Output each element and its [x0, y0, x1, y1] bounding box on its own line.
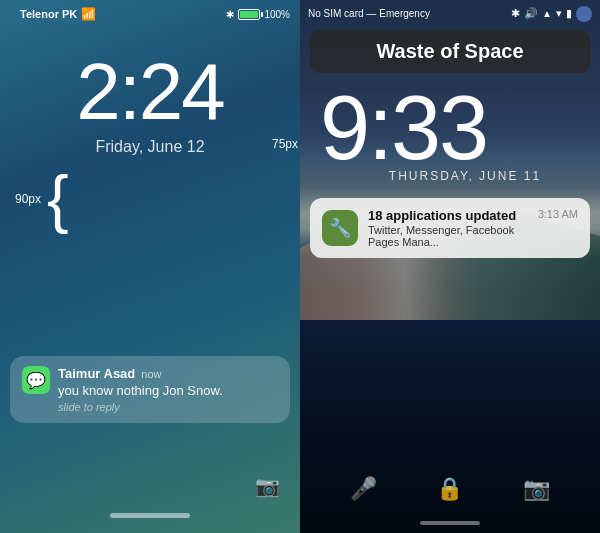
right-notification[interactable]: 🔧 18 applications updated Twitter, Messe…: [310, 198, 590, 258]
right-bottom-icons: 🎤 🔒 📷: [300, 475, 600, 503]
volume-icon: 🔊: [524, 7, 538, 20]
right-status-right: ✱ 🔊 ▲ ▾ ▮: [511, 6, 592, 22]
left-notification[interactable]: Taimur Asad now you know nothing Jon Sno…: [10, 356, 290, 423]
mic-icon[interactable]: 🎤: [349, 475, 377, 503]
left-date: Friday, June 12: [0, 138, 300, 156]
lock-icon[interactable]: 🔒: [436, 475, 464, 503]
notif-message: you know nothing Jon Snow.: [58, 383, 223, 398]
right-phone: No SIM card — Emergency ✱ 🔊 ▲ ▾ ▮ Waste …: [300, 0, 600, 533]
carrier-name: Telenor PK: [20, 8, 77, 20]
right-time-area: 9:33: [300, 83, 600, 173]
left-notif-content: Taimur Asad now you know nothing Jon Sno…: [58, 366, 223, 413]
no-sim-text: No SIM card —: [308, 8, 376, 19]
annotation-90px-label: 90px: [15, 192, 41, 206]
left-bottom-icons: 📷: [0, 474, 300, 498]
signal-icon-right: ▲: [542, 8, 552, 19]
right-notif-time: 3:13 AM: [538, 208, 578, 220]
right-status-left: No SIM card — Emergency: [308, 8, 430, 19]
camera-icon-bottom[interactable]: 📷: [255, 474, 280, 498]
battery-pct: 100%: [264, 9, 290, 20]
notif-timestamp: now: [141, 368, 161, 380]
app-title: Waste of Space: [324, 40, 576, 63]
right-notif-title: 18 applications updated: [368, 208, 528, 223]
avatar-icon: [576, 6, 592, 22]
left-time: 2:24: [76, 52, 224, 132]
app-update-icon: 🔧: [329, 217, 351, 239]
right-notif-content: 18 applications updated Twitter, Messeng…: [368, 208, 528, 248]
signal-dots: [10, 10, 16, 19]
home-bar[interactable]: [110, 513, 190, 518]
right-time: 9:33: [320, 83, 487, 173]
battery-bar: [238, 9, 260, 20]
right-status-bar: No SIM card — Emergency ✱ 🔊 ▲ ▾ ▮: [300, 0, 600, 22]
right-home-bar: [420, 521, 480, 525]
app-title-bar: Waste of Space: [310, 30, 590, 73]
left-status-bar: Telenor PK 📶 ✱ 100%: [0, 0, 300, 22]
right-notif-body: Twitter, Messenger, Facebook Pages Mana.…: [368, 224, 528, 248]
wifi-icon: 📶: [81, 7, 96, 21]
right-date: THURSDAY, JUNE 11: [300, 169, 600, 183]
bluetooth-icon: ✱: [226, 9, 234, 20]
battery-fill: [240, 11, 257, 18]
brace-90-area: 90px {: [0, 166, 300, 231]
brace-90-char: {: [47, 166, 69, 231]
left-time-area: 2:24 } 75px Friday, June 12: [0, 52, 300, 156]
messages-icon: [22, 366, 50, 394]
notif-reply-hint: slide to reply: [58, 401, 223, 413]
notif-sender: Taimur Asad: [58, 366, 135, 381]
left-phone: Telenor PK 📶 ✱ 100% 2:24 } 75px Friday, …: [0, 0, 300, 533]
left-status-right: ✱ 100%: [226, 9, 290, 20]
annotation-75px: 75px: [272, 137, 298, 151]
right-notif-icon: 🔧: [322, 210, 358, 246]
bluetooth-icon-right: ✱: [511, 7, 520, 20]
left-status-left: Telenor PK 📶: [10, 7, 96, 21]
wifi-icon-right: ▾: [556, 7, 562, 20]
battery-icon-right: ▮: [566, 7, 572, 20]
left-home-bar-area: [0, 513, 300, 518]
emergency-text: Emergency: [379, 8, 430, 19]
camera-icon-right[interactable]: 📷: [523, 475, 551, 503]
notif-title-row: Taimur Asad now: [58, 366, 223, 381]
